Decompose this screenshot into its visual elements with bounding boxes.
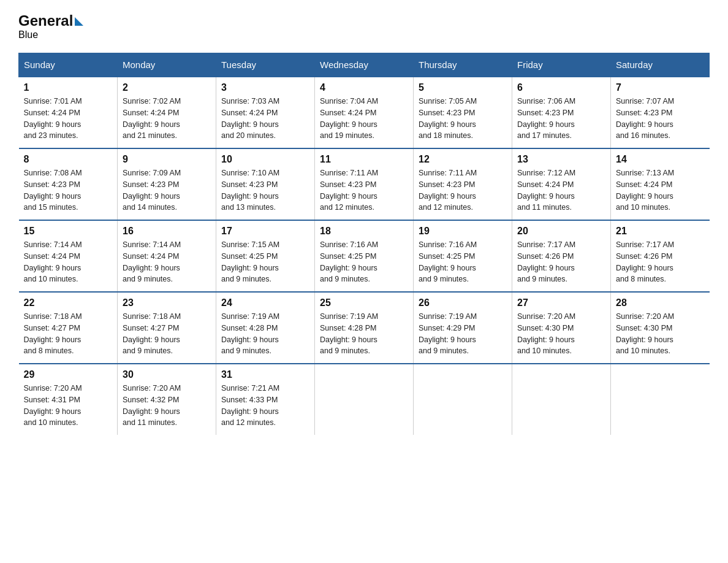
day-number: 2 xyxy=(123,82,211,93)
day-info: Sunrise: 7:21 AMSunset: 4:33 PMDaylight:… xyxy=(221,383,309,429)
day-number: 1 xyxy=(24,82,113,93)
calendar-cell: 10Sunrise: 7:10 AMSunset: 4:23 PMDayligh… xyxy=(216,148,315,220)
day-number: 5 xyxy=(419,82,507,93)
page-header: General Blue xyxy=(18,12,710,40)
day-number: 21 xyxy=(616,226,705,237)
calendar-cell: 30Sunrise: 7:20 AMSunset: 4:32 PMDayligh… xyxy=(118,364,216,435)
header-day-tuesday: Tuesday xyxy=(216,53,315,77)
calendar-table: SundayMondayTuesdayWednesdayThursdayFrid… xyxy=(18,53,710,435)
day-info: Sunrise: 7:13 AMSunset: 4:24 PMDaylight:… xyxy=(616,167,705,213)
calendar-cell: 7Sunrise: 7:07 AMSunset: 4:23 PMDaylight… xyxy=(611,77,710,148)
calendar-cell: 9Sunrise: 7:09 AMSunset: 4:23 PMDaylight… xyxy=(118,148,216,220)
day-number: 29 xyxy=(24,369,113,380)
day-info: Sunrise: 7:01 AMSunset: 4:24 PMDaylight:… xyxy=(24,96,113,142)
day-info: Sunrise: 7:09 AMSunset: 4:23 PMDaylight:… xyxy=(123,167,211,213)
day-number: 4 xyxy=(320,82,408,93)
calendar-header-row: SundayMondayTuesdayWednesdayThursdayFrid… xyxy=(19,53,710,77)
day-info: Sunrise: 7:20 AMSunset: 4:30 PMDaylight:… xyxy=(517,311,605,357)
day-info: Sunrise: 7:19 AMSunset: 4:28 PMDaylight:… xyxy=(221,311,309,357)
day-info: Sunrise: 7:19 AMSunset: 4:28 PMDaylight:… xyxy=(320,311,408,357)
day-number: 24 xyxy=(221,297,309,308)
calendar-cell: 21Sunrise: 7:17 AMSunset: 4:26 PMDayligh… xyxy=(611,220,710,292)
day-number: 25 xyxy=(320,297,408,308)
day-number: 6 xyxy=(517,82,605,93)
logo-general-text: General xyxy=(18,12,73,29)
logo: General Blue xyxy=(18,12,83,40)
day-info: Sunrise: 7:15 AMSunset: 4:25 PMDaylight:… xyxy=(221,239,309,285)
day-info: Sunrise: 7:16 AMSunset: 4:25 PMDaylight:… xyxy=(419,239,507,285)
day-info: Sunrise: 7:20 AMSunset: 4:31 PMDaylight:… xyxy=(24,383,113,429)
day-info: Sunrise: 7:17 AMSunset: 4:26 PMDaylight:… xyxy=(517,239,605,285)
day-info: Sunrise: 7:07 AMSunset: 4:23 PMDaylight:… xyxy=(616,96,705,142)
logo-arrow-icon xyxy=(75,17,83,26)
calendar-cell: 15Sunrise: 7:14 AMSunset: 4:24 PMDayligh… xyxy=(19,220,118,292)
calendar-cell: 17Sunrise: 7:15 AMSunset: 4:25 PMDayligh… xyxy=(216,220,315,292)
calendar-cell: 19Sunrise: 7:16 AMSunset: 4:25 PMDayligh… xyxy=(414,220,512,292)
calendar-week-row: 8Sunrise: 7:08 AMSunset: 4:23 PMDaylight… xyxy=(19,148,710,220)
day-number: 19 xyxy=(419,226,507,237)
day-info: Sunrise: 7:11 AMSunset: 4:23 PMDaylight:… xyxy=(419,167,507,213)
calendar-cell: 16Sunrise: 7:14 AMSunset: 4:24 PMDayligh… xyxy=(118,220,216,292)
day-number: 23 xyxy=(123,297,211,308)
calendar-week-row: 15Sunrise: 7:14 AMSunset: 4:24 PMDayligh… xyxy=(19,220,710,292)
day-number: 11 xyxy=(320,154,408,165)
day-info: Sunrise: 7:10 AMSunset: 4:23 PMDaylight:… xyxy=(221,167,309,213)
day-number: 27 xyxy=(517,297,605,308)
calendar-cell: 27Sunrise: 7:20 AMSunset: 4:30 PMDayligh… xyxy=(512,292,611,364)
calendar-cell: 14Sunrise: 7:13 AMSunset: 4:24 PMDayligh… xyxy=(611,148,710,220)
day-number: 30 xyxy=(123,369,211,380)
calendar-week-row: 1Sunrise: 7:01 AMSunset: 4:24 PMDaylight… xyxy=(19,77,710,148)
calendar-week-row: 29Sunrise: 7:20 AMSunset: 4:31 PMDayligh… xyxy=(19,364,710,435)
calendar-cell: 18Sunrise: 7:16 AMSunset: 4:25 PMDayligh… xyxy=(315,220,414,292)
calendar-cell: 25Sunrise: 7:19 AMSunset: 4:28 PMDayligh… xyxy=(315,292,414,364)
calendar-cell: 11Sunrise: 7:11 AMSunset: 4:23 PMDayligh… xyxy=(315,148,414,220)
day-info: Sunrise: 7:20 AMSunset: 4:30 PMDaylight:… xyxy=(616,311,705,357)
header-day-saturday: Saturday xyxy=(611,53,710,77)
day-number: 8 xyxy=(24,154,113,165)
calendar-cell: 2Sunrise: 7:02 AMSunset: 4:24 PMDaylight… xyxy=(118,77,216,148)
day-number: 10 xyxy=(221,154,309,165)
header-day-wednesday: Wednesday xyxy=(315,53,414,77)
calendar-cell xyxy=(315,364,414,435)
day-info: Sunrise: 7:06 AMSunset: 4:23 PMDaylight:… xyxy=(517,96,605,142)
day-number: 22 xyxy=(24,297,113,308)
calendar-cell: 31Sunrise: 7:21 AMSunset: 4:33 PMDayligh… xyxy=(216,364,315,435)
calendar-cell xyxy=(611,364,710,435)
day-info: Sunrise: 7:16 AMSunset: 4:25 PMDaylight:… xyxy=(320,239,408,285)
day-info: Sunrise: 7:08 AMSunset: 4:23 PMDaylight:… xyxy=(24,167,113,213)
day-number: 17 xyxy=(221,226,309,237)
day-info: Sunrise: 7:12 AMSunset: 4:24 PMDaylight:… xyxy=(517,167,605,213)
calendar-cell: 22Sunrise: 7:18 AMSunset: 4:27 PMDayligh… xyxy=(19,292,118,364)
day-info: Sunrise: 7:20 AMSunset: 4:32 PMDaylight:… xyxy=(123,383,211,429)
calendar-cell: 26Sunrise: 7:19 AMSunset: 4:29 PMDayligh… xyxy=(414,292,512,364)
day-info: Sunrise: 7:04 AMSunset: 4:24 PMDaylight:… xyxy=(320,96,408,142)
day-number: 7 xyxy=(616,82,705,93)
day-number: 13 xyxy=(517,154,605,165)
day-info: Sunrise: 7:14 AMSunset: 4:24 PMDaylight:… xyxy=(123,239,211,285)
calendar-cell: 28Sunrise: 7:20 AMSunset: 4:30 PMDayligh… xyxy=(611,292,710,364)
day-info: Sunrise: 7:05 AMSunset: 4:23 PMDaylight:… xyxy=(419,96,507,142)
day-number: 20 xyxy=(517,226,605,237)
day-number: 15 xyxy=(24,226,113,237)
header-day-monday: Monday xyxy=(118,53,216,77)
day-info: Sunrise: 7:14 AMSunset: 4:24 PMDaylight:… xyxy=(24,239,113,285)
day-number: 16 xyxy=(123,226,211,237)
calendar-cell: 1Sunrise: 7:01 AMSunset: 4:24 PMDaylight… xyxy=(19,77,118,148)
day-info: Sunrise: 7:11 AMSunset: 4:23 PMDaylight:… xyxy=(320,167,408,213)
day-number: 9 xyxy=(123,154,211,165)
calendar-cell: 12Sunrise: 7:11 AMSunset: 4:23 PMDayligh… xyxy=(414,148,512,220)
calendar-cell: 3Sunrise: 7:03 AMSunset: 4:24 PMDaylight… xyxy=(216,77,315,148)
header-day-thursday: Thursday xyxy=(414,53,512,77)
day-info: Sunrise: 7:19 AMSunset: 4:29 PMDaylight:… xyxy=(419,311,507,357)
header-day-sunday: Sunday xyxy=(19,53,118,77)
calendar-cell: 4Sunrise: 7:04 AMSunset: 4:24 PMDaylight… xyxy=(315,77,414,148)
day-number: 26 xyxy=(419,297,507,308)
day-info: Sunrise: 7:02 AMSunset: 4:24 PMDaylight:… xyxy=(123,96,211,142)
day-info: Sunrise: 7:17 AMSunset: 4:26 PMDaylight:… xyxy=(616,239,705,285)
calendar-cell: 24Sunrise: 7:19 AMSunset: 4:28 PMDayligh… xyxy=(216,292,315,364)
header-day-friday: Friday xyxy=(512,53,611,77)
day-info: Sunrise: 7:18 AMSunset: 4:27 PMDaylight:… xyxy=(123,311,211,357)
day-number: 3 xyxy=(221,82,309,93)
day-number: 28 xyxy=(616,297,705,308)
calendar-week-row: 22Sunrise: 7:18 AMSunset: 4:27 PMDayligh… xyxy=(19,292,710,364)
